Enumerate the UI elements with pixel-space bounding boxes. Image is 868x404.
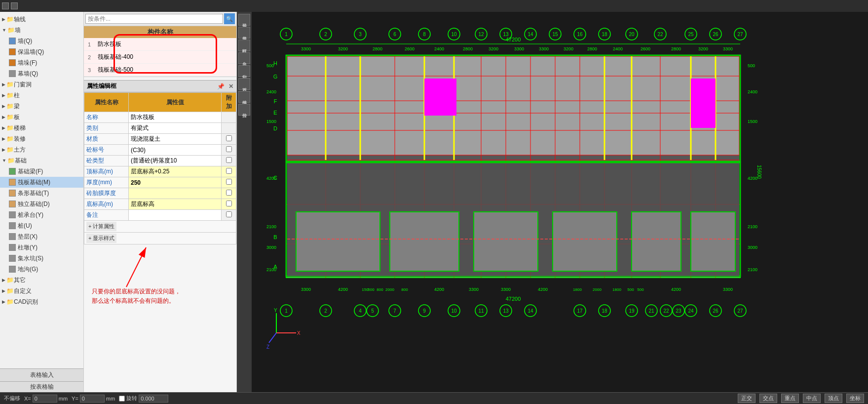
intersection-btn[interactable]: 交点 (759, 394, 777, 403)
chevron-icon: ▶ (2, 113, 5, 121)
svg-rect-101 (296, 212, 380, 271)
material-checkbox[interactable] (226, 135, 232, 141)
calc-props-toggle[interactable]: + 计算属性 (86, 222, 116, 231)
tree-item-earthwork[interactable]: ▶ 📁 土方 (0, 144, 83, 155)
svg-text:11: 11 (478, 308, 484, 314)
chevron-icon: ▶ (2, 145, 5, 154)
top-elev-checkbox[interactable] (226, 168, 232, 174)
tree-item-decoration[interactable]: ▶ 📁 装修 (0, 133, 83, 144)
table-format-btn[interactable]: 按表格输 (0, 381, 83, 392)
center-pt-btn[interactable]: 中点 (803, 394, 821, 403)
chevron-icon: ▶ (2, 102, 5, 111)
y-input[interactable] (80, 395, 105, 403)
tree-item-wall[interactable]: ▼ 📁 墙 (0, 25, 83, 36)
folder-icon: 📁 (6, 286, 14, 295)
tree-item-wall-q[interactable]: 墙(Q) (0, 36, 83, 46)
props-row-note: 备注 (84, 210, 236, 221)
component-item-2[interactable]: 3 筏板基础-500 (84, 64, 236, 77)
tree-item-trench[interactable]: 地沟(G) (0, 264, 83, 275)
svg-text:2800: 2800 (373, 46, 382, 51)
cad-canvas[interactable]: 1 2 3 6 8 10 12 13 14 (252, 12, 868, 392)
component-item-1[interactable]: 2 筏板基础-400 (84, 51, 236, 64)
svg-text:22: 22 (663, 308, 669, 314)
minimize-btn[interactable] (2, 2, 9, 9)
tree-item-custom[interactable]: ▶ 📁 自定义 (0, 285, 83, 296)
props-row-top-elev: 顶标高(m) 层底标高+0.25 (84, 166, 236, 177)
tree-item-slab[interactable]: ▶ 📁 板 (0, 112, 83, 122)
x-input[interactable] (33, 395, 57, 403)
coord-btn[interactable]: 坐标 (846, 394, 864, 403)
toolbar-align-btn[interactable]: 对齐 (238, 78, 250, 90)
svg-text:14: 14 (528, 308, 533, 314)
props-row-type: 砼类型 (普通砼(坍落度10 (84, 156, 236, 166)
tree-item-pile[interactable]: 桩(U) (0, 220, 83, 231)
svg-text:1500: 1500 (266, 119, 276, 124)
tree-item-curtain-wall[interactable]: 幕墙(Q) (0, 68, 83, 79)
svg-text:2100: 2100 (266, 267, 276, 272)
svg-text:3: 3 (359, 32, 362, 37)
toolbar-merge-btn[interactable]: 合并 (238, 52, 250, 64)
title-bar (0, 0, 868, 12)
note-checkbox[interactable] (226, 211, 232, 217)
toolbar-extend-btn[interactable]: 延伸 (238, 14, 250, 26)
tree-item-isolated-foundation[interactable]: 独立基础(D) (0, 199, 83, 209)
tree-item-pile-cap[interactable]: 桩承台(Y) (0, 209, 83, 220)
svg-text:3300: 3300 (723, 46, 733, 51)
rotate-checkbox[interactable] (119, 396, 125, 402)
bot-elev-checkbox[interactable] (226, 201, 232, 206)
tree-item-axis[interactable]: ▶ 📁 轴线 (0, 14, 83, 25)
props-pin-icon[interactable]: 📌 (217, 83, 225, 90)
chevron-icon: ▶ (2, 91, 5, 100)
svg-text:19: 19 (629, 308, 635, 314)
toolbar-split-btn[interactable]: 分割 (238, 65, 250, 77)
folder-icon: 📁 (6, 297, 14, 306)
tree-item-wall-pillar[interactable]: 墙垛(F) (0, 57, 83, 68)
maximize-btn[interactable] (11, 2, 18, 9)
tree-item-wall-insulation[interactable]: 保温墙(Q) (0, 46, 83, 57)
toolbar-trim-btn[interactable]: 修剪 (238, 27, 250, 39)
tree-item-strip-foundation[interactable]: 条形基础(T) (0, 188, 83, 199)
svg-text:4200: 4200 (538, 287, 548, 292)
props-row-brick-thickness: 砖胎膜厚度 (84, 188, 236, 199)
item-icon (9, 222, 16, 229)
tree-item-sump[interactable]: 集水坑(S) (0, 253, 83, 264)
toolbar-stretch-btn[interactable]: 拉伸 (238, 104, 250, 116)
tree-item-foundation[interactable]: ▼ 📁 基础 (0, 155, 83, 166)
tree-item-beam[interactable]: ▶ 📁 梁 (0, 101, 83, 112)
tree-item-other[interactable]: ▶ 📁 其它 (0, 275, 83, 285)
svg-text:1: 1 (285, 308, 288, 314)
props-row-calc[interactable]: + 计算属性 (84, 221, 236, 233)
search-button[interactable]: 🔍 (224, 13, 235, 24)
tree-item-raft-foundation[interactable]: 筏板基础(M) (0, 177, 83, 188)
props-close-btn[interactable]: ✕ (228, 83, 233, 90)
toolbar-break-btn[interactable]: 打断 (238, 40, 250, 51)
tree-item-bedding[interactable]: 垫层(X) (0, 231, 83, 242)
vertex-btn[interactable]: 顶点 (825, 394, 842, 403)
chevron-icon: ▶ (2, 15, 5, 24)
svg-text:4: 4 (359, 308, 362, 314)
table-input-btn[interactable]: 表格输入 (0, 368, 83, 381)
weight-pt-btn[interactable]: 重点 (781, 394, 799, 403)
svg-text:2100: 2100 (748, 267, 757, 272)
rotate-input[interactable] (139, 395, 168, 403)
svg-text:2: 2 (324, 308, 327, 314)
svg-rect-105 (632, 212, 681, 271)
component-item-0[interactable]: 1 防水筏板 (84, 38, 236, 51)
toolbar-offset-btn[interactable]: 偏移 (238, 91, 250, 103)
tree-item-opening[interactable]: ▶ 📁 门窗洞 (0, 79, 83, 90)
thickness-checkbox[interactable] (226, 179, 232, 185)
grade-checkbox[interactable] (226, 146, 232, 152)
display-style-toggle[interactable]: + 显示样式 (86, 234, 116, 243)
item-icon (9, 211, 16, 218)
tree-item-cad[interactable]: ▶ 📁 CAD识别 (0, 296, 83, 307)
type-checkbox[interactable] (226, 157, 232, 163)
ortho-btn[interactable]: 正交 (738, 394, 755, 403)
tree-item-foundation-beam[interactable]: 基础梁(F) (0, 166, 83, 177)
tree-item-stair[interactable]: ▶ 📁 楼梯 (0, 122, 83, 133)
tree-item-column-pier[interactable]: 柱墩(Y) (0, 242, 83, 253)
svg-text:Z: Z (266, 344, 269, 350)
tree-item-column[interactable]: ▶ 📁 柱 (0, 90, 83, 101)
search-input[interactable] (85, 14, 223, 24)
svg-text:2600: 2600 (641, 46, 650, 51)
brick-thickness-checkbox[interactable] (226, 190, 232, 196)
